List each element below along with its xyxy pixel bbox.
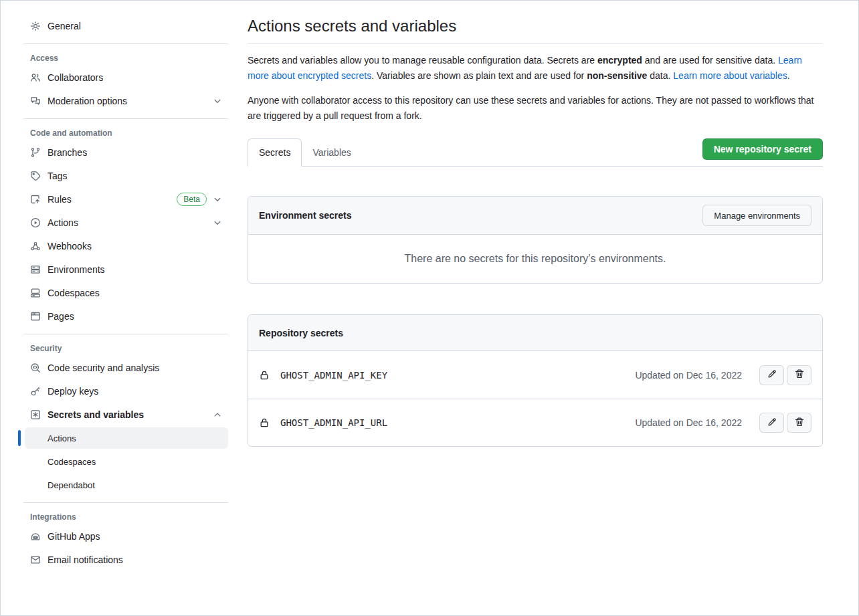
sidebar-item-label: Environments bbox=[47, 264, 223, 275]
tag-icon bbox=[30, 171, 41, 181]
edit-secret-button[interactable] bbox=[759, 413, 784, 433]
sidebar-item-actions[interactable]: Actions bbox=[25, 212, 228, 233]
sidebar-item-branches[interactable]: Branches bbox=[25, 142, 228, 163]
trash-icon bbox=[794, 417, 805, 429]
sidebar-item-pages[interactable]: Pages bbox=[25, 306, 228, 327]
trash-icon bbox=[794, 369, 805, 381]
asterisk-box-icon bbox=[30, 409, 41, 420]
intro-text-part: data. bbox=[647, 70, 673, 81]
intro-text-part: . Variables are shown as plain text and … bbox=[371, 70, 587, 81]
lock-icon bbox=[259, 417, 270, 428]
play-circle-icon bbox=[30, 217, 41, 228]
intro-paragraph-1: Secrets and variables allow you to manag… bbox=[248, 53, 823, 84]
sidebar-item-label: Pages bbox=[47, 311, 223, 322]
sidebar-item-github-apps[interactable]: GitHub Apps bbox=[25, 526, 228, 547]
environment-secrets-header: Environment secrets Manage environments bbox=[248, 197, 822, 235]
sidebar-subitem-label: Actions bbox=[47, 433, 76, 443]
sidebar-item-label: Tags bbox=[47, 171, 223, 181]
sidebar-item-secrets-and-variables[interactable]: Secrets and variables bbox=[25, 404, 228, 425]
secret-updated-date: Updated on Dec 16, 2022 bbox=[635, 370, 742, 381]
browser-icon bbox=[30, 311, 41, 322]
codespaces-icon bbox=[30, 288, 41, 298]
sidebar-item-label: Rules bbox=[47, 194, 171, 205]
gear-icon bbox=[30, 21, 41, 31]
mail-icon bbox=[30, 554, 41, 565]
repository-secrets-header: Repository secrets bbox=[248, 315, 822, 351]
sidebar-item-label: Branches bbox=[47, 147, 223, 158]
intro-text-part: and are used for sensitive data. bbox=[642, 55, 778, 66]
sidebar-item-code-security[interactable]: Code security and analysis bbox=[25, 357, 228, 379]
comment-discussion-icon bbox=[30, 96, 41, 106]
sidebar-subitem-actions[interactable]: Actions bbox=[25, 427, 228, 449]
intro-text-part: Secrets and variables allow you to manag… bbox=[248, 55, 597, 66]
webhook-icon bbox=[30, 241, 41, 251]
key-icon bbox=[30, 386, 41, 397]
sidebar-subitem-codespaces[interactable]: Codespaces bbox=[25, 451, 228, 472]
codescan-icon bbox=[30, 363, 41, 373]
environment-secrets-title: Environment secrets bbox=[259, 210, 352, 221]
sidebar-item-general[interactable]: General bbox=[25, 15, 228, 37]
repository-secrets-panel: Repository secrets GHOST_ADMIN_API_KEY U… bbox=[248, 314, 823, 447]
intro-bold-non-sensitive: non-sensitive bbox=[587, 70, 647, 81]
sidebar-divider bbox=[23, 502, 228, 503]
environment-secrets-panel: Environment secrets Manage environments … bbox=[248, 196, 823, 284]
sidebar-item-tags[interactable]: Tags bbox=[25, 165, 228, 187]
sidebar-item-email-notifications[interactable]: Email notifications bbox=[25, 549, 228, 571]
delete-secret-button[interactable] bbox=[787, 365, 812, 385]
sidebar-section-integrations: Integrations bbox=[25, 508, 228, 526]
sidebar-item-label: Codespaces bbox=[47, 288, 223, 298]
sidebar-section-security: Security bbox=[25, 340, 228, 357]
sidebar-divider bbox=[23, 118, 228, 119]
sidebar-section-access: Access bbox=[25, 49, 228, 67]
pencil-icon bbox=[767, 369, 777, 381]
new-repository-secret-button[interactable]: New repository secret bbox=[702, 138, 823, 160]
secrets-variables-tabnav: Secrets Variables New repository secret bbox=[248, 138, 823, 167]
sidebar-item-label: GitHub Apps bbox=[47, 531, 223, 542]
chevron-down-icon bbox=[212, 217, 223, 228]
sidebar-subitem-label: Codespaces bbox=[47, 457, 96, 467]
sidebar-subitem-label: Dependabot bbox=[47, 480, 95, 490]
sidebar-item-deploy-keys[interactable]: Deploy keys bbox=[25, 381, 228, 402]
sidebar-subitem-dependabot[interactable]: Dependabot bbox=[25, 474, 228, 496]
sidebar-item-label: Moderation options bbox=[47, 96, 207, 106]
sidebar-item-collaborators[interactable]: Collaborators bbox=[25, 67, 228, 88]
secret-row: GHOST_ADMIN_API_KEY Updated on Dec 16, 2… bbox=[248, 351, 822, 399]
sidebar-item-label: Webhooks bbox=[47, 241, 223, 251]
learn-more-variables-link[interactable]: Learn more about variables bbox=[673, 70, 787, 81]
people-icon bbox=[30, 72, 41, 83]
sidebar-item-webhooks[interactable]: Webhooks bbox=[25, 235, 228, 257]
sidebar-section-code-automation: Code and automation bbox=[25, 124, 228, 142]
secret-name: GHOST_ADMIN_API_KEY bbox=[280, 370, 635, 381]
sidebar-item-label: General bbox=[47, 21, 223, 31]
manage-environments-button[interactable]: Manage environments bbox=[702, 205, 812, 226]
sidebar-item-label: Secrets and variables bbox=[47, 409, 207, 420]
secret-name: GHOST_ADMIN_API_URL bbox=[280, 417, 635, 428]
intro-bold-encrypted: encrypted bbox=[597, 55, 642, 66]
sidebar-item-codespaces[interactable]: Codespaces bbox=[25, 282, 228, 304]
tab-secrets[interactable]: Secrets bbox=[248, 138, 302, 167]
sidebar-item-rules[interactable]: Rules Beta bbox=[25, 189, 228, 210]
sidebar-item-label: Deploy keys bbox=[47, 386, 223, 397]
settings-sidebar: General Access Collaborators Moderation … bbox=[1, 1, 236, 615]
delete-secret-button[interactable] bbox=[787, 413, 812, 433]
environment-secrets-empty-message: There are no secrets for this repository… bbox=[248, 235, 822, 283]
intro-text-part: . bbox=[787, 70, 790, 81]
page-title: Actions secrets and variables bbox=[248, 15, 823, 36]
git-branch-icon bbox=[30, 147, 41, 158]
hubot-icon bbox=[30, 531, 41, 542]
beta-badge: Beta bbox=[177, 193, 207, 206]
sidebar-divider bbox=[23, 43, 228, 44]
tab-variables[interactable]: Variables bbox=[302, 139, 361, 166]
secret-updated-date: Updated on Dec 16, 2022 bbox=[635, 417, 742, 428]
lock-icon bbox=[259, 370, 270, 381]
sidebar-item-environments[interactable]: Environments bbox=[25, 259, 228, 280]
sidebar-item-label: Collaborators bbox=[47, 72, 223, 83]
edit-secret-button[interactable] bbox=[759, 365, 784, 385]
sidebar-item-moderation-options[interactable]: Moderation options bbox=[25, 90, 228, 112]
secret-row: GHOST_ADMIN_API_URL Updated on Dec 16, 2… bbox=[248, 399, 822, 446]
intro-text: Secrets and variables allow you to manag… bbox=[248, 53, 823, 124]
chevron-down-icon bbox=[212, 96, 223, 106]
main-content: Actions secrets and variables Secrets an… bbox=[236, 1, 858, 615]
sidebar-item-label: Actions bbox=[47, 217, 207, 228]
intro-paragraph-2: Anyone with collaborator access to this … bbox=[248, 93, 823, 124]
